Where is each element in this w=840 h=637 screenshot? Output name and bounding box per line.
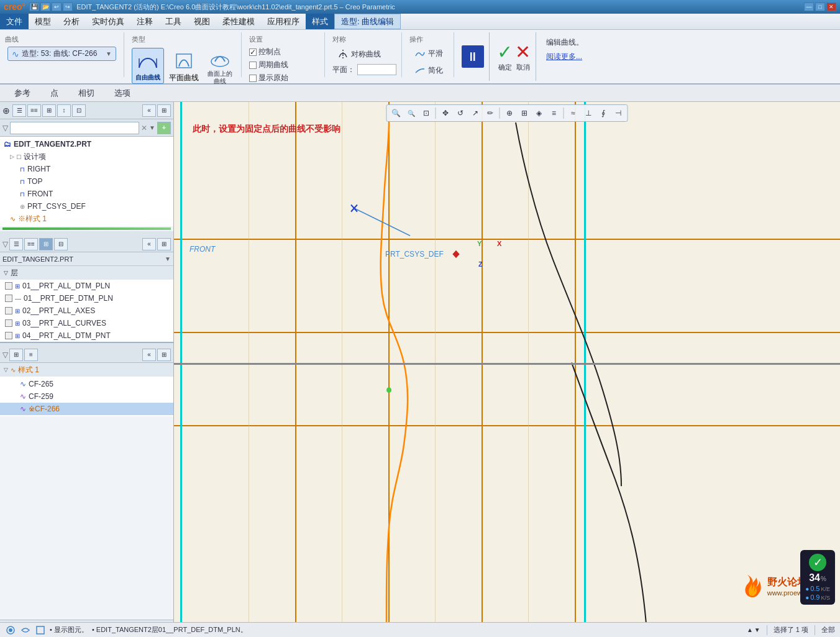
ctrl-point-blue-x[interactable] — [351, 205, 357, 212]
vp-orient-btn[interactable]: ◈ — [532, 106, 546, 120]
layer-item-1[interactable]: — 01__PRT_DEF_DTM_PLN — [0, 292, 173, 305]
plane-input[interactable] — [357, 64, 396, 75]
viewport[interactable]: 🔍 🔍 ⊡ ✥ ↺ ↗ ✏ ⊕ ⊞ ◈ ≡ ≈ ⊥ ∮ ⊣ — [174, 102, 840, 623]
close-button[interactable]: ✕ — [826, 2, 836, 11]
layer-cb-3[interactable] — [5, 319, 12, 327]
search-clear-icon[interactable]: ✕ — [141, 124, 147, 132]
thumbnail-view-button[interactable]: ⊞ — [42, 104, 56, 117]
surface-curve-button[interactable]: 曲面上的曲线 — [204, 45, 236, 86]
tree-top-plane[interactable]: ⊓ TOP — [0, 175, 173, 188]
curve-dropdown-icon[interactable]: ▼ — [106, 50, 112, 57]
menu-curve-edit[interactable]: 造型: 曲线编辑 — [334, 14, 401, 29]
vp-rotate-btn[interactable]: ↺ — [454, 106, 467, 120]
style-settings-btn[interactable]: ⊞ — [157, 349, 171, 361]
layer-item-2[interactable]: ⊞ 02__PRT_ALL_AXES — [0, 305, 173, 317]
sort-button[interactable]: ↕ — [57, 104, 71, 117]
tree-design-items[interactable]: ▷ □ 设计项 — [0, 150, 173, 163]
sym-curve-button[interactable]: 对称曲线 — [332, 47, 396, 62]
status-icon-1[interactable] — [5, 625, 16, 636]
layer-cb-1[interactable] — [5, 295, 12, 302]
layer-section-header[interactable]: ▽ 层 — [0, 266, 173, 280]
tree-style-1[interactable]: ∿ ※样式 1 — [0, 213, 173, 225]
tree-front-plane[interactable]: ⊓ FRONT — [0, 188, 173, 200]
layer-item-0[interactable]: ⊞ 01__PRT_ALL_DTM_PLN — [0, 280, 173, 292]
lro-check-icon[interactable]: ✓ — [809, 554, 826, 571]
layer-cb-2[interactable] — [5, 307, 12, 314]
curve-selector[interactable]: ∿ 造型: 53: 曲线: CF-266 ▼ — [7, 47, 116, 61]
menu-analysis[interactable]: 分析 — [57, 14, 86, 29]
display-origin-checkbox[interactable]: 显示原始 — [249, 73, 319, 83]
layer-item-3[interactable]: ⊞ 03__PRT_ALL_CURVES — [0, 317, 173, 329]
confirm-button[interactable]: ✓ 确定 — [497, 41, 513, 72]
tree-root[interactable]: 🗂 EDIT_TANGENT2.PRT — [0, 138, 173, 150]
layer-hide-btn[interactable]: ⊟ — [54, 238, 68, 250]
status-icon-3[interactable] — [35, 625, 46, 636]
menu-style[interactable]: 样式 — [306, 14, 334, 29]
vp-zoom-out-btn[interactable]: 🔍 — [404, 106, 418, 120]
expand-button[interactable]: ⊞ — [157, 104, 171, 117]
menu-flex-model[interactable]: 柔性建模 — [216, 14, 261, 29]
layer-file-dropdown[interactable]: EDIT_TANGENT2.PRT ▼ — [0, 252, 173, 266]
tree-csys[interactable]: ⊕ PRT_CSYS_DEF — [0, 200, 173, 213]
menu-view[interactable]: 视图 — [188, 14, 216, 29]
style-expand-btn[interactable]: « — [142, 349, 156, 361]
plane-curve-button[interactable]: 平面曲线 — [168, 48, 200, 85]
vp-pan-btn[interactable]: ✥ — [439, 106, 452, 120]
vp-sketch-btn[interactable]: ✏ — [483, 106, 497, 120]
toolbar-save[interactable]: 💾 — [29, 2, 39, 11]
toolbar-undo[interactable]: ↩ — [52, 2, 62, 11]
vp-normal-btn[interactable]: ⊥ — [582, 106, 595, 120]
add-filter-button[interactable]: + — [157, 122, 171, 134]
minimize-button[interactable]: — — [804, 2, 814, 11]
vp-display-btn[interactable]: ≡ — [547, 106, 561, 120]
fixed-point-green[interactable] — [386, 387, 391, 393]
tree-search-input[interactable] — [10, 122, 139, 134]
vp-select-btn[interactable]: ↗ — [468, 106, 482, 120]
tab-options[interactable]: 选项 — [105, 85, 140, 101]
status-arrows[interactable]: ▲ ▼ — [747, 626, 760, 633]
periodic-curve-cb-box[interactable] — [249, 62, 257, 69]
layer-settings-btn[interactable]: ⊞ — [157, 238, 171, 250]
periodic-curve-checkbox[interactable]: 周期曲线 — [249, 60, 319, 70]
toolbar-open[interactable]: 📂 — [40, 2, 50, 11]
pause-button[interactable]: ⏸ — [462, 45, 484, 68]
style-tb-btn1[interactable]: ⊞ — [9, 349, 23, 361]
ctrl-point-cb-box[interactable]: ✓ — [249, 48, 257, 56]
curve-cf265[interactable]: ∿ CF-265 — [0, 378, 173, 390]
layer-cb-4[interactable] — [5, 332, 12, 339]
layer-show-btn[interactable]: ⊞ — [39, 238, 53, 250]
vp-snap-btn[interactable]: ⊕ — [503, 106, 516, 120]
cancel-button[interactable]: ✕ 取消 — [515, 41, 531, 72]
vp-curvature-btn[interactable]: ∮ — [596, 106, 610, 120]
ctrl-point-checkbox[interactable]: ✓ 控制点 — [249, 47, 319, 57]
vp-grid-btn[interactable]: ⊞ — [518, 106, 531, 120]
menu-apps[interactable]: 应用程序 — [261, 14, 306, 29]
menu-annotation[interactable]: 注释 — [130, 14, 159, 29]
maximize-button[interactable]: □ — [815, 2, 825, 11]
layer-expand-btn[interactable]: « — [142, 238, 156, 250]
menu-model[interactable]: 模型 — [29, 14, 57, 29]
menu-file[interactable]: 文件 — [0, 14, 29, 29]
tree-right-plane[interactable]: ⊓ RIGHT — [0, 163, 173, 175]
vp-zoom-in-btn[interactable]: 🔍 — [390, 106, 403, 120]
style-1-header[interactable]: ▽ ∿ 样式 1 — [0, 363, 173, 377]
layer-cb-0[interactable] — [5, 282, 12, 290]
vp-zoom-fit-btn[interactable]: ⊡ — [419, 106, 433, 120]
simplify-button[interactable]: 简化 — [409, 63, 449, 78]
menu-tools[interactable]: 工具 — [159, 14, 188, 29]
display-origin-cb-box[interactable] — [249, 75, 257, 82]
search-dropdown-icon[interactable]: ▼ — [149, 124, 155, 131]
vp-tangent-btn[interactable]: ≈ — [567, 106, 580, 120]
tab-tangent[interactable]: 相切 — [69, 85, 104, 101]
smooth-button[interactable]: 平滑 — [409, 47, 449, 61]
tab-reference[interactable]: 参考 — [5, 85, 40, 101]
layer-detail-btn[interactable]: ≡≡ — [24, 238, 38, 250]
layer-item-4[interactable]: ⊞ 04__PRT_ALL_DTM_PNT — [0, 329, 173, 342]
list-view-button[interactable]: ☰ — [12, 104, 26, 117]
style-tb-btn2[interactable]: ≡ — [24, 349, 38, 361]
curve-cf266[interactable]: ∿ ※CF-266 — [0, 403, 173, 415]
read-more-link[interactable]: 阅读更多... — [546, 52, 583, 62]
toolbar-redo[interactable]: ↪ — [63, 2, 73, 11]
detail-view-button[interactable]: ≡≡ — [27, 104, 41, 117]
filter-button[interactable]: ⊡ — [72, 104, 86, 117]
